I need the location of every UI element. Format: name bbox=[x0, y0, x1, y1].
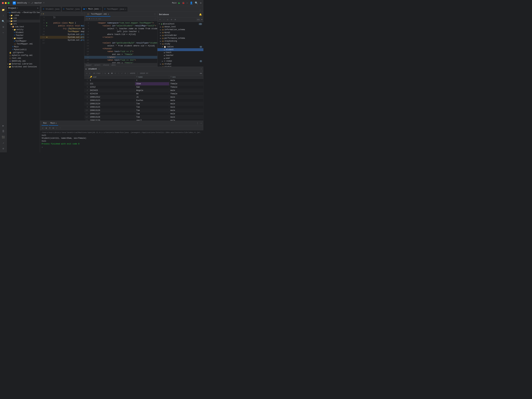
table-row[interactable]: 10199013126Tommale bbox=[84, 109, 203, 112]
minimize-button[interactable] bbox=[5, 2, 7, 4]
cell-name[interactable]: t bbox=[135, 79, 169, 82]
db-minus-button[interactable]: − bbox=[162, 18, 165, 21]
sidebar-item-gitignore[interactable]: 🔒 .gitignore bbox=[7, 51, 40, 54]
table-row[interactable]: 9199013125Tommale bbox=[84, 105, 203, 109]
db-item-performance-schema[interactable]: ▶ 🗃 performance_schema bbox=[158, 37, 203, 40]
restart-button[interactable]: ↺ bbox=[41, 127, 44, 129]
git-icon[interactable]: ↗ bbox=[1, 140, 6, 145]
settings-rail-icon[interactable]: ⚙ bbox=[1, 146, 6, 151]
cell-sex[interactable]: male bbox=[169, 96, 203, 99]
scrolllock-button[interactable]: ↕ bbox=[55, 127, 58, 129]
sidebar-structure-icon[interactable]: ⊞ bbox=[1, 25, 6, 30]
profile-button[interactable]: 👤 bbox=[190, 1, 193, 5]
sidebar-vcs-icon[interactable]: ↕ bbox=[1, 13, 6, 18]
more-button[interactable]: ⋯ bbox=[187, 2, 188, 4]
cell-name[interactable]: Tom bbox=[135, 112, 169, 116]
xml-nav-next[interactable]: ▷ bbox=[100, 18, 101, 20]
tab-close-button[interactable]: ✕ bbox=[125, 8, 126, 10]
run-icon[interactable]: ▶ bbox=[1, 123, 6, 128]
sidebar-item-external-libs[interactable]: ▶ 📁 External Libraries bbox=[7, 62, 40, 65]
branch-name[interactable]: master bbox=[34, 2, 42, 4]
cell-sex[interactable]: male bbox=[169, 102, 203, 105]
tab-student-java[interactable]: © Student.java bbox=[41, 6, 61, 12]
sidebar-item-mybatis-config[interactable]: ⟨⟩ mybatis-config.xml bbox=[7, 54, 40, 57]
table-row[interactable]: 8199013124Tommale bbox=[84, 102, 203, 105]
db-add-button[interactable]: + bbox=[158, 18, 162, 21]
stop-button[interactable]: ◼ bbox=[45, 127, 48, 129]
db-item-student[interactable]: ▦ student bbox=[158, 48, 203, 51]
db-item-information-schema[interactable]: ▶ 🗃 information_schema bbox=[158, 28, 203, 31]
cell-sex[interactable]: female bbox=[169, 86, 203, 89]
sidebar-item-src[interactable]: ▼ 📂 src bbox=[7, 23, 40, 25]
sidebar-item-out[interactable]: ▶ 📂 out bbox=[7, 20, 40, 23]
tab-run[interactable]: Run bbox=[42, 121, 48, 126]
cell-sex[interactable]: female bbox=[169, 92, 203, 96]
cell-name[interactable]: Jo bbox=[135, 96, 169, 99]
sidebar-item-text-xml[interactable]: ⟨⟩ text.xml bbox=[7, 57, 40, 60]
cell-sid[interactable]: 199013125 bbox=[89, 105, 135, 109]
table-row[interactable]: 11199013127Tommale bbox=[84, 112, 203, 116]
search-button[interactable]: 🔍 bbox=[195, 1, 198, 5]
cell-sid[interactable]: 199012312 bbox=[89, 96, 135, 99]
col-sid[interactable]: 🔑sid bbox=[89, 75, 135, 79]
db-item-mysql[interactable]: ▶ 🗃 mysql bbox=[158, 31, 203, 34]
table-row[interactable]: 13199013130smallmale bbox=[84, 119, 203, 121]
tab-more-button[interactable]: ⋮ bbox=[198, 9, 202, 12]
table-row[interactable]: 54234234Anfemale bbox=[84, 92, 203, 96]
cell-sid[interactable]: 199013130 bbox=[89, 119, 135, 121]
run-config[interactable]: Main bbox=[172, 2, 177, 4]
more-options-icon[interactable]: ⋮ bbox=[81, 13, 83, 15]
dt-next-button[interactable]: ▷ bbox=[89, 72, 91, 75]
db-item-tables[interactable]: ▼ 📋 tables 4 bbox=[158, 45, 203, 48]
tab-main-java[interactable]: © Main.java ✕ bbox=[82, 6, 102, 12]
close-button[interactable] bbox=[2, 2, 4, 4]
sidebar-item-entity[interactable]: ▼ 📁 entity bbox=[7, 28, 40, 31]
sidebar-project-icon[interactable]: 📁 bbox=[1, 7, 6, 12]
table-row[interactable]: 43423423Angelamale bbox=[84, 89, 203, 92]
bottom-panel-minimize[interactable]: − bbox=[201, 122, 202, 125]
table-close-icon[interactable]: ✕ bbox=[99, 68, 100, 70]
cell-name[interactable]: Tom bbox=[135, 116, 169, 119]
db-item-localhost[interactable]: ▼ 🖥 @localhost 10 bbox=[158, 23, 203, 25]
table-row[interactable]: 7199013123EveYesmale bbox=[84, 99, 203, 102]
tab-close-button[interactable]: ✕ bbox=[100, 8, 101, 10]
dt-prev-button[interactable]: ◁ bbox=[85, 72, 88, 75]
cell-name[interactable]: EveYes bbox=[135, 99, 169, 102]
cell-sid[interactable]: 4234234 bbox=[89, 92, 135, 96]
tab-main[interactable]: Main ✕ bbox=[49, 121, 58, 126]
cell-sex[interactable]: male bbox=[169, 112, 203, 116]
tab-testmapper-xml[interactable]: ⟨⟩ TestMapper.xml ✕ bbox=[86, 12, 110, 17]
cell-sid[interactable]: 199013123 bbox=[89, 99, 135, 102]
dt-more-button[interactable]: ▶▶ bbox=[200, 72, 203, 75]
tab-close-icon[interactable]: ✕ bbox=[108, 13, 109, 15]
db-item-study2[interactable]: ▶ 🗃 study2 bbox=[158, 62, 203, 65]
sidebar-more-icon[interactable]: ⋯ bbox=[1, 30, 6, 35]
cell-sid[interactable]: 111 bbox=[89, 82, 135, 86]
dt-stop-button[interactable]: ◼ bbox=[107, 72, 110, 75]
database-icon[interactable]: 🗄 bbox=[1, 129, 6, 134]
maximize-button[interactable] bbox=[8, 2, 10, 4]
more-button[interactable]: ⋮ bbox=[59, 127, 62, 129]
sidebar-item-idea[interactable]: ▶ 📁 .idea bbox=[7, 14, 40, 17]
cell-name[interactable]: Sam bbox=[135, 86, 169, 89]
db-settings-button[interactable]: ⚙ bbox=[170, 18, 173, 21]
db-item-staybooking[interactable]: ▶ 🗃 staybooking bbox=[158, 40, 203, 43]
cell-sex[interactable]: male bbox=[169, 119, 203, 121]
bottom-panel-more[interactable]: ⋮ bbox=[196, 122, 199, 125]
db-item-study4[interactable]: ▶ 🗃 study4 bbox=[158, 65, 203, 67]
xml-content[interactable]: 6 <mapper namespace="com.test.mapper.Tes… bbox=[84, 21, 157, 63]
cell-sex[interactable]: male bbox=[169, 79, 203, 82]
col-name[interactable]: Tname bbox=[135, 75, 169, 79]
sidebar-item-webstudy[interactable]: ▼ 🖥 WebStudy ~/Desktop/CS/Jav bbox=[7, 11, 40, 14]
terminal-icon[interactable]: ⬛ bbox=[1, 135, 6, 140]
sidebar-item-webstudy-iml[interactable]: ⟨⟩ WebStudy.iml bbox=[7, 60, 40, 62]
settings-button[interactable]: ⚙ bbox=[200, 1, 202, 5]
db-item-study[interactable]: ▼ 🗃 study bbox=[158, 43, 203, 45]
cell-sid[interactable]: 1 bbox=[89, 79, 135, 82]
data-table[interactable]: 🔑sid Tname Tsex bbox=[84, 75, 203, 121]
run-button[interactable]: ▶ bbox=[178, 1, 180, 5]
dt-remove-row-button[interactable]: − bbox=[117, 72, 120, 75]
cell-name[interactable]: Tom bbox=[135, 102, 169, 105]
db-item-views[interactable]: ▶ 👁 views 2 bbox=[158, 60, 203, 62]
cell-sid[interactable]: 199013128 bbox=[89, 116, 135, 119]
